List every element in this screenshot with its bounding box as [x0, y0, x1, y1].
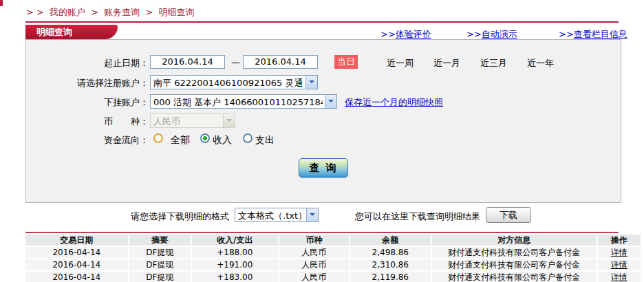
- corner-mark: [0, 0, 3, 6]
- results-table: 交易日期 摘要 收入/支出 币种 余额 对方信息 操作 2016-04-14 D…: [25, 235, 641, 282]
- cell-counterparty: 财付通支付科技有限公司客户备付金: [432, 247, 597, 258]
- sub-account-select[interactable]: 000 活期 基本户 1406600101102571848: [150, 94, 337, 109]
- chevron-down-icon: [223, 114, 235, 127]
- flow-direction-label: 资金流向：: [26, 134, 149, 147]
- cell-summary: DF提现: [129, 247, 191, 258]
- date-range-label: 起止日期：: [26, 57, 149, 69]
- breadcrumb-separator: >: [145, 7, 153, 17]
- save-snapshot-link[interactable]: 保存近一个月的明细快照: [345, 96, 443, 109]
- currency-value: 人民币: [153, 116, 221, 128]
- cell-amount: +188.00: [192, 247, 278, 258]
- header-date: 交易日期: [25, 235, 128, 246]
- radio-flow-expense-label[interactable]: 支出: [255, 134, 275, 147]
- header-currency: 币种: [279, 235, 349, 246]
- date-range-dash: —: [231, 57, 240, 67]
- quick-range-week[interactable]: 近一周: [387, 57, 414, 69]
- table-row: 2016-04-14 DF提现 +183.00 人民币 2,119.86 财付通…: [25, 272, 641, 282]
- registered-account-select[interactable]: 南平 6222001406100921065 灵通卡: [150, 75, 318, 89]
- breadcrumb-item-my-account[interactable]: 我的账户: [50, 7, 85, 17]
- detail-link[interactable]: 详情: [598, 272, 641, 282]
- chevron-down-icon[interactable]: [305, 76, 317, 89]
- header-counterparty: 对方信息: [432, 235, 597, 246]
- link-label[interactable]: 体验评价: [396, 29, 431, 39]
- header-summary: 摘要: [129, 235, 191, 246]
- cell-summary: DF提现: [129, 259, 191, 270]
- cell-balance: 2,310.86: [350, 259, 431, 270]
- link-label[interactable]: 查看栏目信息: [574, 29, 627, 39]
- cell-date: 2016-04-14: [25, 259, 128, 270]
- breadcrumb: > > 我的账户 > 账务查询 > 明细查询: [26, 6, 197, 19]
- download-hint-text: 您可以在这里下载查询明细结果: [355, 210, 480, 223]
- quick-range-year[interactable]: 近一年: [527, 57, 554, 69]
- page: > > 我的账户 > 账务查询 > 明细查询 明细查询 >>体验评价 >>自动演…: [0, 0, 644, 282]
- date-to-input[interactable]: 2016.04.14: [243, 55, 318, 69]
- currency-label: 币 种：: [26, 116, 149, 128]
- detail-link[interactable]: 详情: [598, 259, 641, 270]
- radio-flow-income[interactable]: [200, 133, 210, 143]
- table-top-divider: [25, 232, 619, 233]
- chevron-down-icon[interactable]: [325, 95, 336, 108]
- download-format-label: 请您选择下载明细的格式: [131, 210, 229, 223]
- currency-select: 人民币: [150, 113, 235, 128]
- radio-flow-income-label[interactable]: 收入: [213, 134, 232, 147]
- header-amount: 收入/支出: [192, 235, 278, 246]
- table-row: 2016-04-14 DF提现 +188.00 人民币 2,498.86 财付通…: [25, 247, 641, 258]
- table-header-row: 交易日期 摘要 收入/支出 币种 余额 对方信息 操作: [25, 235, 641, 246]
- cell-summary: DF提现: [129, 272, 191, 282]
- query-button[interactable]: 查 询: [299, 158, 348, 177]
- cell-balance: 2,119.86: [350, 272, 431, 282]
- breadcrumb-separator: >: [91, 7, 98, 17]
- cell-counterparty: 财付通支付科技有限公司客户备付金: [432, 272, 597, 282]
- quick-range-quarter[interactable]: 近三月: [480, 57, 507, 69]
- breadcrumb-item-account-query[interactable]: 账务查询: [104, 7, 140, 17]
- query-form-panel: 起止日期： 2016.04.14 — 2016.04.14 当日 近一周 近一月…: [25, 39, 621, 203]
- cell-currency: 人民币: [279, 259, 349, 270]
- tab-detail-query[interactable]: 明细查询: [25, 25, 118, 39]
- cell-amount: +191.00: [192, 259, 278, 270]
- cell-date: 2016-04-14: [25, 272, 128, 282]
- date-from-input[interactable]: 2016.04.14: [150, 55, 225, 69]
- link-prefix: >>: [466, 29, 482, 39]
- cell-currency: 人民币: [279, 272, 349, 282]
- quick-range-month[interactable]: 近一月: [433, 57, 460, 69]
- detail-link[interactable]: 详情: [598, 247, 641, 258]
- radio-flow-expense[interactable]: [243, 133, 253, 143]
- registered-account-value: 南平 6222001406100921065 灵通卡: [153, 77, 303, 89]
- table-row: 2016-04-14 DF提现 +191.00 人民币 2,310.86 财付通…: [25, 259, 641, 270]
- breadcrumb-divider: [25, 21, 619, 23]
- quick-range-today-badge[interactable]: 当日: [334, 55, 358, 69]
- sub-account-label: 下挂账户：: [26, 96, 149, 109]
- breadcrumb-prefix: > >: [26, 7, 44, 17]
- cell-balance: 2,498.86: [350, 247, 431, 258]
- link-label[interactable]: 自动演示: [482, 29, 517, 39]
- cell-counterparty: 财付通支付科技有限公司客户备付金: [432, 259, 597, 270]
- header-action: 操作: [598, 235, 641, 246]
- chevron-down-icon[interactable]: [306, 208, 318, 221]
- download-format-value: 文本格式（.txt）: [238, 210, 304, 222]
- header-balance: 余额: [350, 235, 431, 246]
- breadcrumb-item-detail-query[interactable]: 明细查询: [158, 7, 194, 17]
- download-button[interactable]: 下载: [486, 207, 531, 223]
- cell-date: 2016-04-14: [25, 247, 128, 258]
- download-format-select[interactable]: 文本格式（.txt）: [235, 208, 319, 222]
- radio-flow-all[interactable]: [153, 133, 163, 143]
- link-prefix: >>: [559, 29, 574, 39]
- registered-account-label: 请选择注册账户：: [26, 77, 149, 89]
- link-prefix: >>: [380, 29, 396, 39]
- radio-flow-all-label[interactable]: 全部: [171, 134, 190, 147]
- sub-account-value: 000 活期 基本户 1406600101102571848: [153, 96, 323, 109]
- cell-amount: +183.00: [192, 272, 278, 282]
- cell-currency: 人民币: [279, 247, 349, 258]
